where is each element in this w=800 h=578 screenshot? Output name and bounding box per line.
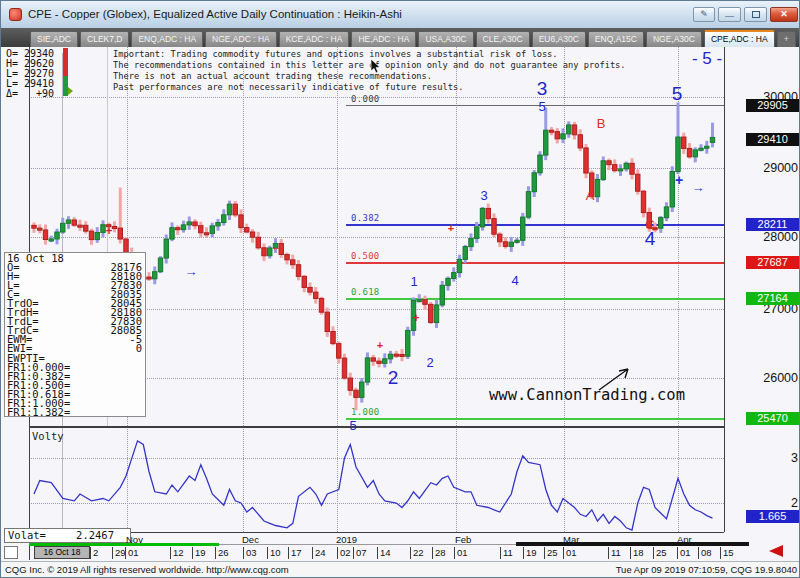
candle (371, 358, 375, 361)
quote-candle-up-icon (63, 48, 68, 76)
candle (66, 220, 70, 223)
candle (49, 239, 53, 241)
tab-nge-adc-ha[interactable]: NGE,ADC : HA (205, 31, 277, 47)
candle (55, 232, 59, 239)
candle (348, 378, 352, 390)
candle (618, 169, 622, 171)
close-icon: ✕ (780, 9, 788, 19)
candle (61, 223, 65, 232)
candle (308, 287, 312, 292)
time-scrollbar-thumb[interactable] (516, 542, 749, 546)
subwave-label-2: 2 (426, 355, 433, 370)
chart-client-area[interactable]: 0.0000.3820.5000.6181.000300002900028000… (1, 47, 800, 561)
title-bar[interactable]: CPE - Copper (Globex), Equalized Active … (1, 1, 800, 28)
price-tick-26000: 26000 (746, 371, 798, 385)
candle (457, 259, 461, 272)
tab-sie-adc[interactable]: SIE,ADC (30, 31, 78, 47)
price-badge-28211: 28211 (746, 218, 799, 231)
tab-nge-a30c[interactable]: NGE,A30C (646, 31, 702, 47)
copyright-text: CQG Inc. © 2019 All rights reserved worl… (5, 564, 289, 575)
tab-enq-a15c[interactable]: ENQ,A15C (588, 31, 644, 47)
date-tick-17: 17 (288, 547, 302, 559)
subwave-label-5: 5 (349, 418, 356, 433)
tab-cpe-adc-ha[interactable]: CPE,ADC : HA (704, 30, 775, 47)
date-axis-corner-box (4, 546, 18, 559)
candle (630, 163, 634, 174)
date-tick-03: 03 (243, 547, 257, 559)
candle (176, 228, 180, 230)
candle (641, 191, 645, 212)
tab-kce-adc-ha[interactable]: KCE,ADC : HA (279, 31, 350, 47)
candle (112, 226, 116, 228)
candle (256, 237, 260, 248)
candle (147, 277, 151, 279)
candle (222, 215, 226, 223)
candle (636, 174, 640, 191)
candle (262, 248, 266, 256)
date-tick-18: 18 (630, 547, 644, 559)
candle (480, 208, 484, 226)
price-badge-27164: 27164 (746, 292, 799, 305)
date-tick-11: 11 (608, 547, 621, 559)
chart-marker-icon: + (105, 224, 112, 238)
tab-cle-a30c[interactable]: CLE,A30C (476, 31, 530, 47)
candle (153, 272, 157, 279)
maximize-icon (752, 11, 760, 18)
date-tick-24: 24 (312, 547, 326, 559)
candle (452, 273, 456, 279)
candle (659, 218, 663, 229)
candle (158, 258, 162, 272)
tab-eu6-a30c[interactable]: EU6,A30C (532, 31, 586, 47)
price-badge-29410: 29410 (746, 133, 799, 146)
candle (360, 382, 364, 397)
minimize-button[interactable]: — (718, 7, 741, 22)
trend-arrow-icon (597, 365, 635, 393)
date-tick-07: 07 (353, 547, 367, 559)
pen-icon: ✎ (700, 9, 708, 19)
maximize-button[interactable] (744, 7, 767, 22)
close-button[interactable]: ✕ (770, 7, 798, 22)
quote-value: +90 (36, 88, 54, 99)
link-button[interactable]: ✎ (693, 7, 715, 22)
candle (521, 217, 525, 240)
date-tick-25: 25 (653, 547, 667, 559)
candle (187, 222, 191, 225)
tab-usa-a30c[interactable]: USA,A30C (418, 31, 473, 47)
candle (682, 137, 686, 148)
candle (285, 254, 289, 259)
candle (492, 219, 496, 235)
date-tick-25: 25 (544, 547, 558, 559)
scroll-end-arrow-icon[interactable] (769, 545, 783, 557)
chart-marker-icon: + (675, 172, 683, 188)
tab-he-adc-ha[interactable]: HE,ADC : HA (351, 31, 416, 47)
candle (199, 226, 203, 233)
app-icon (9, 8, 22, 21)
candle (699, 148, 703, 150)
volty-line-svg[interactable] (29, 428, 724, 532)
date-tick-01: 01 (125, 547, 139, 559)
candle (417, 300, 421, 302)
subwave-label-3: 3 (480, 188, 487, 203)
elliott-label-5: 5 (672, 83, 683, 105)
candle (664, 207, 668, 218)
chart-marker-icon: ← (271, 239, 284, 254)
candle (486, 208, 490, 218)
candle (164, 239, 168, 258)
date-tick-01: 01 (677, 547, 691, 559)
candle (693, 150, 697, 157)
mouse-cursor-icon (370, 59, 382, 75)
candle (43, 230, 47, 240)
app-window: CPE - Copper (Globex), Equalized Active … (0, 0, 800, 578)
candle (613, 165, 617, 171)
tab-enq-adc-ha[interactable]: ENQ,ADC : HA (131, 31, 203, 47)
candle (319, 298, 323, 312)
candle (325, 312, 329, 331)
new-tab-button[interactable]: + (777, 31, 796, 47)
candle (72, 220, 76, 225)
chart-marker-icon: + (377, 339, 383, 351)
subwave-label-5: 5 (538, 99, 545, 114)
candle (250, 232, 254, 237)
tab-clek7-d[interactable]: CLEK7,D (80, 31, 129, 47)
candle (314, 292, 318, 298)
candle (342, 358, 346, 378)
